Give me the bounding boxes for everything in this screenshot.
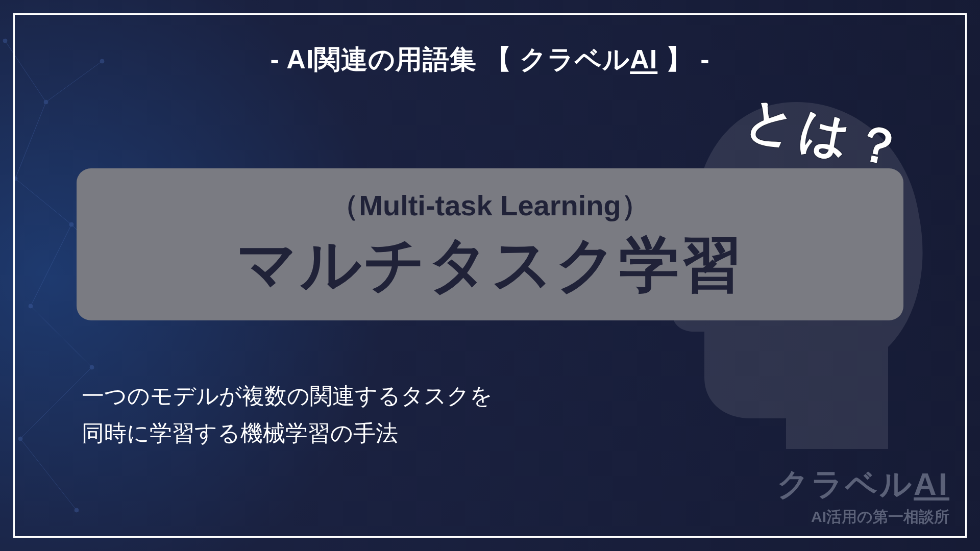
term-japanese: マルチタスク学習: [97, 232, 883, 298]
term-english: （Multi-task Learning）: [97, 187, 883, 226]
term-box: （Multi-task Learning） マルチタスク学習: [77, 168, 903, 320]
page-header: - AI関連の用語集 【 クラベルAI 】 -: [0, 42, 980, 78]
term-description: 一つのモデルが複数の関連するタスクを 同時に学習する機械学習の手法: [82, 378, 878, 452]
description-line-1: 一つのモデルが複数の関連するタスクを: [82, 378, 878, 415]
header-ai: AI: [630, 44, 657, 74]
brand-name-prefix: クラベル: [777, 466, 914, 502]
brand-name-ai: AI: [914, 466, 949, 502]
header-suffix: 】 -: [657, 44, 709, 74]
brand-tagline: AI活用の第一相談所: [777, 507, 949, 528]
description-line-2: 同時に学習する機械学習の手法: [82, 415, 878, 452]
brand-logo: クラベルAI AI活用の第一相談所: [777, 463, 949, 528]
header-prefix: - AI関連の用語集 【 クラベル: [271, 44, 630, 74]
brand-name: クラベルAI: [777, 463, 949, 506]
